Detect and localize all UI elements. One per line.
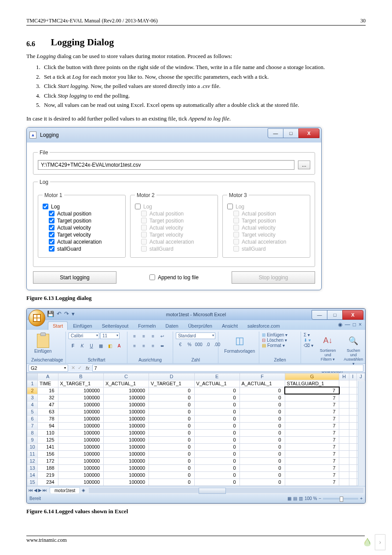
cell[interactable]: 0 xyxy=(149,436,195,443)
cell[interactable]: 100000 xyxy=(104,450,149,457)
cell[interactable]: 100000 xyxy=(58,464,104,471)
cell[interactable]: 0 xyxy=(194,471,240,478)
help-icon[interactable]: ◉ xyxy=(338,321,342,328)
italic-button[interactable]: K xyxy=(78,342,87,350)
cell[interactable]: 0 xyxy=(194,478,240,486)
office-orb-button[interactable] xyxy=(29,310,45,326)
fill-button[interactable]: ⬇ ▾ xyxy=(304,338,313,343)
cell[interactable]: 7 xyxy=(285,443,339,450)
view-normal-icon[interactable]: ▦ xyxy=(287,496,291,501)
cell[interactable]: 0 xyxy=(240,387,285,394)
cell[interactable]: 0 xyxy=(149,478,195,486)
font-size-combo[interactable]: 11 xyxy=(100,332,120,339)
col-header[interactable]: A xyxy=(38,373,58,380)
next-page-button[interactable]: › xyxy=(375,534,385,550)
cell[interactable]: 0 xyxy=(240,464,285,471)
cell[interactable]: 100000 xyxy=(104,394,149,401)
motor-1-param-checkbox[interactable]: Actual acceleration xyxy=(49,239,121,245)
cell[interactable]: 7 xyxy=(285,471,339,478)
cell[interactable]: 7 xyxy=(285,429,339,436)
cell[interactable]: 100000 xyxy=(58,450,104,457)
cell[interactable]: 100000 xyxy=(58,443,104,450)
cell[interactable] xyxy=(349,464,356,471)
cell[interactable]: 7 xyxy=(285,464,339,471)
cell[interactable]: 0 xyxy=(194,450,240,457)
doc-restore-icon[interactable]: □ xyxy=(353,321,356,328)
cell[interactable]: 16 xyxy=(38,387,58,394)
motor-1-param-checkbox[interactable]: Actual velocity xyxy=(49,225,121,231)
start-logging-button[interactable]: Start logging xyxy=(33,271,116,284)
align-center-button[interactable]: ≡ xyxy=(139,342,148,350)
cell[interactable]: 0 xyxy=(149,394,195,401)
vertical-scrollbar[interactable] xyxy=(358,381,365,486)
cell[interactable]: 7 xyxy=(285,436,339,443)
cell[interactable] xyxy=(339,387,349,394)
view-break-icon[interactable]: ▥ xyxy=(299,496,303,501)
row-header[interactable]: 9 xyxy=(27,436,38,443)
cell[interactable] xyxy=(349,436,356,443)
cell[interactable]: 7 xyxy=(285,415,339,422)
align-left-button[interactable]: ≡ xyxy=(130,342,139,350)
cell[interactable]: 0 xyxy=(149,429,195,436)
cell[interactable] xyxy=(349,415,356,422)
row-header[interactable]: 14 xyxy=(27,471,38,478)
save-icon[interactable]: 💾 xyxy=(47,310,54,317)
cell[interactable]: 0 xyxy=(149,422,195,429)
cell[interactable]: 0 xyxy=(240,394,285,401)
thousands-button[interactable]: 000 xyxy=(194,341,203,349)
motor-1-param-checkbox[interactable]: Actual position xyxy=(49,211,121,217)
spreadsheet-grid[interactable]: ABCDEFGHIJ1TIMEX_TARGET_1X_ACTUAL_1V_TAR… xyxy=(27,373,365,486)
insert-cells-button[interactable]: ⊞Einfügen ▾ xyxy=(262,332,287,337)
cell[interactable]: 0 xyxy=(240,401,285,408)
row-header[interactable]: 11 xyxy=(27,450,38,457)
cell[interactable]: 100000 xyxy=(104,415,149,422)
stop-logging-button[interactable]: Stop logging xyxy=(232,271,315,284)
cell[interactable]: 0 xyxy=(240,422,285,429)
align-top-button[interactable]: ≡ xyxy=(130,332,139,340)
undo-icon[interactable]: ↶ xyxy=(57,310,62,317)
enter-icon[interactable]: ✓ xyxy=(76,365,83,371)
cell[interactable]: 0 xyxy=(240,415,285,422)
align-right-button[interactable]: ≡ xyxy=(149,342,157,350)
autosum-button[interactable]: Σ ▾ xyxy=(304,332,313,337)
wrap-button[interactable]: ↩ xyxy=(158,332,167,340)
clear-button[interactable]: ⌫ ▾ xyxy=(304,343,313,348)
cell[interactable]: 100000 xyxy=(58,457,104,464)
bold-button[interactable]: F xyxy=(69,342,77,350)
cell[interactable]: 7 xyxy=(285,478,339,486)
styles-button[interactable]: ◫Formatvorlagen xyxy=(221,332,258,355)
row-header[interactable]: 12 xyxy=(27,457,38,464)
ribbon-tab-salesforce.com[interactable]: salesforce.com xyxy=(243,322,284,330)
row-header[interactable]: 4 xyxy=(27,401,38,408)
cell[interactable]: 0 xyxy=(240,457,285,464)
cell[interactable]: 188 xyxy=(38,464,58,471)
cell[interactable] xyxy=(339,415,349,422)
cell[interactable] xyxy=(339,422,349,429)
zoom-in-button[interactable]: + xyxy=(360,496,363,501)
merge-button[interactable]: ⬌ xyxy=(158,342,167,350)
motor-1-log-checkbox[interactable]: Log xyxy=(43,204,121,210)
file-path-input[interactable]: Y:\TMC429+TMC24x-EVAL\motor1test.csv xyxy=(38,160,294,170)
paste-button[interactable]: Einfügen xyxy=(31,332,54,355)
cell[interactable] xyxy=(349,457,356,464)
cell[interactable]: 0 xyxy=(240,408,285,415)
zoom-slider[interactable] xyxy=(323,498,358,500)
minimize-button[interactable]: — xyxy=(268,128,283,138)
cell[interactable]: 125 xyxy=(38,436,58,443)
cell[interactable] xyxy=(339,429,349,436)
cell[interactable]: 0 xyxy=(149,408,195,415)
cell[interactable]: 100000 xyxy=(58,478,104,486)
ribbon-tab-daten[interactable]: Daten xyxy=(161,322,183,330)
format-cells-button[interactable]: ▤Format ▾ xyxy=(262,343,287,348)
cell[interactable]: 100000 xyxy=(104,478,149,486)
ribbon-minimize-icon[interactable]: — xyxy=(345,321,350,328)
fx-icon[interactable]: fx xyxy=(83,365,92,371)
col-header[interactable]: E xyxy=(194,373,240,380)
cell[interactable] xyxy=(339,436,349,443)
cell[interactable]: 47 xyxy=(38,401,58,408)
cell[interactable]: 0 xyxy=(194,415,240,422)
cell[interactable]: 172 xyxy=(38,457,58,464)
align-bot-button[interactable]: ≡ xyxy=(149,332,157,340)
cell[interactable]: 234 xyxy=(38,478,58,486)
cell[interactable]: 0 xyxy=(149,457,195,464)
